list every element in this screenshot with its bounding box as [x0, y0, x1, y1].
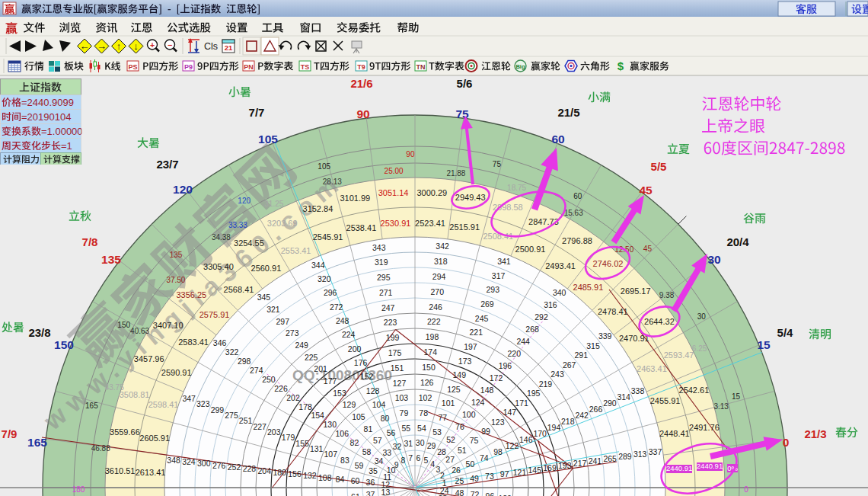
svg-text:295: 295 [377, 273, 391, 282]
svg-text:5/4: 5/4 [777, 326, 794, 339]
svg-text:180: 180 [273, 468, 286, 477]
svg-text:345: 345 [257, 293, 271, 302]
svg-text:75: 75 [455, 107, 469, 120]
svg-text:120: 120 [173, 183, 193, 196]
svg-text:72: 72 [471, 490, 480, 496]
svg-text:199: 199 [386, 333, 400, 342]
svg-text:195: 195 [527, 389, 541, 398]
svg-text:3101.99: 3101.99 [340, 194, 370, 203]
svg-text:21/5: 21/5 [557, 106, 579, 119]
svg-text:194: 194 [547, 423, 561, 432]
svg-text:319: 319 [375, 258, 388, 267]
svg-text:2613.41: 2613.41 [136, 468, 166, 477]
svg-text:173: 173 [458, 357, 472, 366]
svg-text:52: 52 [446, 435, 455, 444]
svg-text:252: 252 [228, 462, 241, 472]
svg-text:P9: P9 [184, 63, 193, 71]
svg-text:26: 26 [452, 466, 461, 475]
svg-text:73: 73 [485, 472, 494, 481]
svg-text:250: 250 [262, 375, 276, 384]
svg-text:35: 35 [369, 466, 378, 475]
svg-text:291: 291 [575, 350, 589, 360]
svg-text:177: 177 [324, 376, 337, 386]
svg-text:153: 153 [333, 389, 346, 398]
svg-text:2545.91: 2545.91 [313, 232, 343, 242]
svg-text:48: 48 [455, 488, 464, 496]
svg-text:84: 84 [336, 475, 345, 484]
svg-text:30: 30 [416, 438, 425, 447]
svg-text:242: 242 [575, 411, 589, 420]
svg-text:50: 50 [466, 459, 475, 469]
svg-text:2538.41: 2538.41 [346, 223, 377, 232]
svg-text:15.63: 15.63 [564, 209, 583, 217]
svg-text:290: 290 [603, 398, 617, 408]
svg-text:15: 15 [732, 392, 741, 401]
svg-text:↑: ↑ [116, 40, 122, 52]
svg-text:6.25: 6.25 [692, 344, 707, 353]
svg-text:TS: TS [301, 63, 310, 71]
svg-text:←: ← [80, 40, 90, 52]
svg-text:75: 75 [493, 160, 502, 168]
svg-text:80: 80 [381, 414, 390, 423]
svg-text:7/8: 7/8 [82, 235, 98, 248]
svg-text:15: 15 [757, 338, 771, 351]
svg-text:−: − [168, 40, 172, 50]
svg-text:222: 222 [427, 317, 441, 326]
svg-text:339: 339 [598, 331, 612, 341]
svg-text:224: 224 [342, 330, 356, 339]
svg-text:2448.41: 2448.41 [659, 429, 690, 438]
svg-text:269: 269 [480, 299, 494, 309]
svg-text:2593.47: 2593.47 [664, 350, 694, 360]
svg-text:299: 299 [211, 405, 225, 414]
svg-text:PN: PN [244, 63, 254, 71]
svg-text:296: 296 [324, 288, 337, 297]
svg-text:248: 248 [336, 316, 349, 325]
svg-text:2500.91: 2500.91 [515, 245, 546, 254]
svg-text:241: 241 [589, 456, 602, 466]
svg-text:152: 152 [360, 372, 374, 381]
svg-text:4: 4 [430, 459, 435, 469]
svg-text:30: 30 [707, 253, 720, 266]
svg-text:135: 135 [170, 251, 183, 259]
svg-text:2590.91: 2590.91 [161, 368, 192, 377]
svg-text:150: 150 [422, 363, 436, 372]
svg-text:324: 324 [182, 457, 196, 466]
svg-text:105: 105 [352, 412, 365, 421]
svg-text:90: 90 [406, 150, 415, 158]
svg-text:169: 169 [543, 463, 557, 472]
svg-text:318: 318 [434, 257, 448, 266]
svg-text:45: 45 [639, 184, 653, 197]
svg-text:217: 217 [573, 459, 587, 468]
svg-text:=20190104: =20190104 [21, 111, 71, 123]
svg-text:2583.41: 2583.41 [178, 338, 209, 347]
svg-text:273: 273 [286, 328, 299, 338]
svg-text:=2440.9099: =2440.9099 [21, 97, 74, 108]
svg-text:150: 150 [54, 338, 74, 351]
svg-text:131: 131 [310, 444, 324, 453]
svg-text:31.25: 31.25 [264, 200, 283, 208]
svg-text:179: 179 [282, 433, 295, 442]
svg-text:145: 145 [528, 466, 542, 475]
svg-text:5: 5 [423, 456, 428, 465]
svg-text:59: 59 [355, 461, 364, 470]
svg-text:3000.29: 3000.29 [416, 188, 447, 197]
svg-text:98: 98 [493, 447, 503, 456]
svg-text:3051.14: 3051.14 [378, 188, 409, 197]
svg-text:297: 297 [276, 317, 290, 326]
svg-text:337: 337 [649, 447, 662, 456]
svg-text:2553.41: 2553.41 [281, 246, 311, 255]
svg-text:60: 60 [351, 476, 360, 485]
svg-text:148: 148 [480, 386, 494, 395]
svg-text:2746.02: 2746.02 [593, 259, 624, 268]
svg-text:3407.10: 3407.10 [153, 321, 183, 330]
svg-text:121: 121 [513, 468, 527, 477]
svg-text:266: 266 [589, 405, 603, 414]
svg-text:219: 219 [539, 379, 553, 389]
svg-text:2463.41: 2463.41 [637, 364, 667, 373]
svg-text:58: 58 [362, 447, 372, 456]
svg-text:96: 96 [486, 491, 495, 496]
svg-text:249: 249 [295, 341, 308, 350]
svg-text:97: 97 [500, 469, 509, 478]
svg-text:127: 127 [393, 379, 407, 388]
svg-text:227: 227 [253, 422, 266, 431]
